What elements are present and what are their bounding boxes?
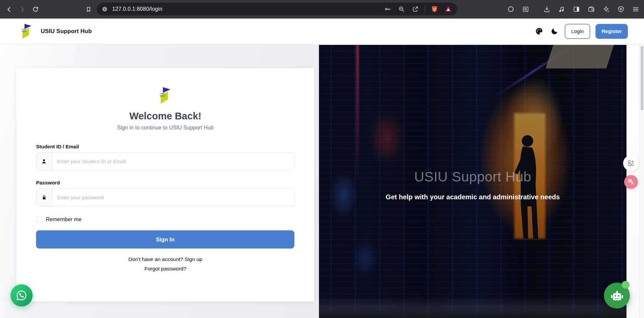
brand-title: USIU Support Hub	[41, 28, 92, 35]
password-label: Password	[36, 180, 295, 185]
share-icon[interactable]	[411, 5, 420, 13]
login-button[interactable]: Login	[565, 24, 590, 39]
register-button[interactable]: Register	[595, 24, 628, 39]
page-content: USIU AFRICA Welcome Back! Sign in to con…	[0, 44, 644, 318]
password-input[interactable]	[52, 189, 294, 206]
extensions-icon[interactable]	[506, 5, 515, 14]
brave-shield-icon[interactable]	[430, 5, 439, 13]
back-icon[interactable]	[5, 5, 13, 14]
wallet-icon[interactable]	[587, 5, 595, 14]
translate-icon: A	[627, 178, 635, 186]
site-navbar: USIU AFRICA USIU Support Hub Login Regis…	[0, 19, 644, 44]
page-subtitle: Sign in to continue to USIU Support Hub	[36, 125, 295, 131]
tab-search-icon[interactable]	[521, 5, 530, 14]
reload-icon[interactable]	[31, 5, 40, 14]
svg-text:A: A	[631, 181, 634, 185]
leo-ai-icon[interactable]	[602, 5, 610, 14]
url-text[interactable]: 127.0.0.1:8080/login	[112, 6, 383, 12]
logo-text-2: AFRICA	[160, 95, 165, 97]
page-title: Welcome Back!	[36, 111, 295, 122]
robot-icon	[609, 288, 625, 303]
palette-icon[interactable]	[534, 26, 544, 36]
bot-status-dot	[622, 281, 630, 289]
dark-mode-moon-icon[interactable]	[549, 26, 559, 36]
student-id-label: Student ID / Email	[36, 144, 295, 149]
hero-panel: USIU Support Hub Get help with your acad…	[319, 45, 626, 318]
sign-in-button[interactable]: Sign In	[36, 230, 294, 249]
menu-icon[interactable]	[631, 5, 640, 14]
site-info-icon[interactable]	[101, 6, 108, 12]
login-card: USIU AFRICA Welcome Back! Sign in to con…	[17, 68, 314, 301]
divider	[536, 6, 536, 13]
remember-me-checkbox[interactable]	[36, 216, 42, 223]
user-icon	[36, 153, 52, 170]
scrollbar-thumb[interactable]	[641, 46, 643, 110]
sign-up-link[interactable]: Don't have an account? Sign up	[36, 256, 295, 262]
scrollbar-track[interactable]	[639, 44, 644, 318]
bat-rewards-icon[interactable]	[444, 5, 453, 13]
logo-text-1: USIU	[160, 93, 164, 95]
password-input-group	[36, 189, 294, 206]
hero-title: USIU Support Hub	[319, 169, 626, 185]
brand[interactable]: USIU AFRICA USIU Support Hub	[22, 24, 92, 39]
lock-icon	[36, 189, 52, 206]
student-id-input-group	[36, 152, 294, 170]
whatsapp-icon	[15, 289, 28, 301]
forgot-password-link[interactable]: Forgot password?	[36, 266, 295, 272]
logo-text-1: USIU	[22, 29, 26, 31]
logo-text-2: AFRICA	[22, 31, 26, 32]
key-icon[interactable]	[383, 5, 392, 13]
usiu-logo-icon: USIU AFRICA	[160, 87, 171, 104]
usiu-logo-icon: USIU AFRICA	[22, 24, 32, 39]
widgets-icon	[626, 159, 635, 168]
whatsapp-button[interactable]	[10, 284, 33, 307]
sidebar-icon[interactable]	[572, 5, 581, 14]
zoom-out-icon[interactable]	[397, 5, 406, 13]
address-bar[interactable]: 127.0.0.1:8080/login	[97, 3, 457, 16]
remember-me-label: Remember me	[46, 216, 82, 223]
student-id-input[interactable]	[52, 153, 294, 170]
media-icon[interactable]	[557, 5, 566, 14]
forward-icon[interactable]	[18, 5, 27, 14]
divider	[425, 5, 425, 13]
vpn-shield-icon[interactable]	[616, 5, 625, 14]
downloads-icon[interactable]	[542, 5, 551, 14]
login-pane: USIU AFRICA Welcome Back! Sign in to con…	[0, 44, 319, 318]
browser-chrome: 127.0.0.1:8080/login	[0, 0, 644, 19]
hero-subtitle: Get help with your academic and administ…	[319, 193, 626, 201]
bookmark-icon[interactable]	[84, 5, 93, 14]
